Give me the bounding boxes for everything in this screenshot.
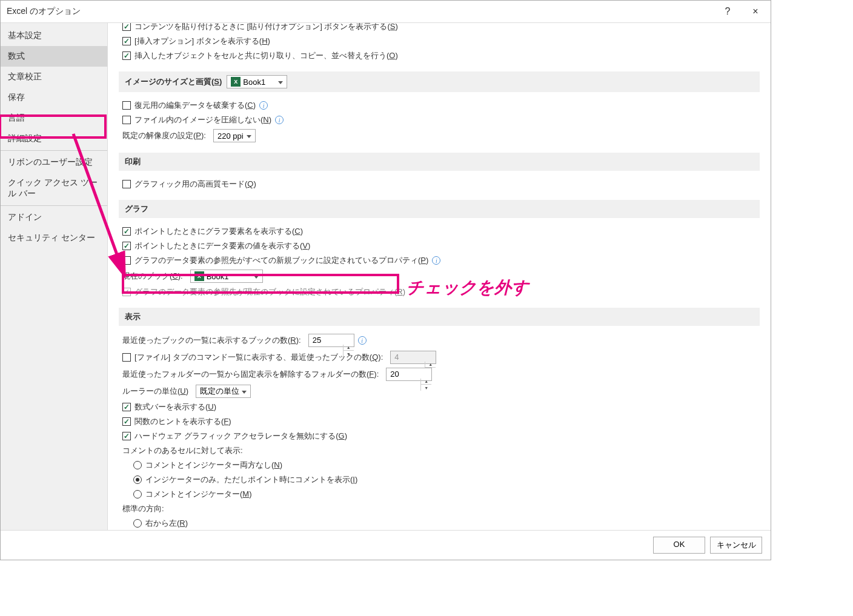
current-book-combo[interactable]: X Book1 xyxy=(190,270,263,283)
paste-options-label: コンテンツを貼り付けるときに [貼り付けオプション] ボタンを表示する(S) xyxy=(134,23,398,32)
close-button[interactable]: × xyxy=(742,2,769,21)
chart-elem-label: ポイントしたときにグラフ要素名を表示する(C) xyxy=(134,226,303,237)
direction-rtl-label: 右から左(R) xyxy=(145,518,188,529)
sidebar-item-general[interactable]: 基本設定 xyxy=(1,25,107,46)
unpin-folders-label: 最近使ったフォルダーの一覧から固定表示を解除するフォルダーの数(F): xyxy=(122,369,379,380)
comment-both-label: コメントとインジケーター(M) xyxy=(145,489,252,500)
spin-up-icon[interactable]: ▲ xyxy=(343,345,354,351)
spin-up-icon[interactable]: ▲ xyxy=(420,379,431,385)
formula-bar-label: 数式バーを表示する(U) xyxy=(134,402,216,412)
cancel-button[interactable]: キャンセル xyxy=(710,537,762,554)
image-book-combo[interactable]: X Book1 xyxy=(227,75,287,88)
sidebar-item-proofing[interactable]: 文章校正 xyxy=(1,67,107,87)
chart-val-checkbox[interactable] xyxy=(122,242,131,250)
cut-objects-label: 挿入したオブジェクトをセルと共に切り取り、コピー、並べ替えを行う(O) xyxy=(134,50,398,61)
sidebar-item-language[interactable]: 言語 xyxy=(1,108,107,128)
direction-heading: 標準の方向: xyxy=(122,503,164,514)
comment-none-label: コメントとインジケーター両方なし(N) xyxy=(145,460,282,471)
sidebar-item-advanced[interactable]: 詳細設定 xyxy=(1,128,107,149)
info-icon[interactable]: i xyxy=(275,116,284,124)
chart-curbook-label: グラフのデータ要素の参照先が現在のブックに設定されているプロパティ(R) xyxy=(134,286,405,297)
sidebar-item-formulas[interactable]: 数式 xyxy=(1,46,107,67)
info-icon[interactable]: i xyxy=(358,336,367,345)
excel-icon: X xyxy=(194,271,204,281)
section-display-header: 表示 xyxy=(119,308,760,326)
recent-books-label: 最近使ったブックの一覧に表示するブックの数(R): xyxy=(122,335,301,346)
insert-options-checkbox[interactable] xyxy=(122,37,131,45)
hw-accel-checkbox[interactable] xyxy=(122,432,131,440)
dialog-footer: OK キャンセル xyxy=(1,530,771,560)
ruler-unit-combo[interactable]: 既定の単位 xyxy=(196,385,251,398)
comment-indicator-label: インジケーターのみ。ただしポイント時にコメントを表示(I) xyxy=(145,474,357,485)
section-image-header: イメージのサイズと画質(S) X Book1 xyxy=(119,71,760,92)
filetab-recent-spinner: 4▲▼ xyxy=(390,351,436,364)
comment-none-radio[interactable] xyxy=(133,461,142,469)
spin-down-icon[interactable]: ▼ xyxy=(420,385,431,391)
chart-elem-checkbox[interactable] xyxy=(122,227,131,236)
image-book-value: Book1 xyxy=(243,78,265,87)
sidebar-item-save[interactable]: 保存 xyxy=(1,87,107,108)
excel-icon: X xyxy=(231,77,241,87)
sidebar-item-qat[interactable]: クイック アクセス ツール バー xyxy=(1,173,107,204)
annotation-text: チェックを外す xyxy=(407,276,529,299)
dpi-combo[interactable]: 220 ppi xyxy=(213,129,256,142)
chart-allbooks-label: グラフのデータ要素の参照先がすべての新規ブックに設定されているプロパティ(P) xyxy=(134,255,428,266)
titlebar: Excel のオプション ? × xyxy=(1,1,771,22)
ruler-unit-label: ルーラーの単位(U) xyxy=(122,386,188,397)
sidebar-separator xyxy=(1,205,107,206)
print-hq-checkbox[interactable] xyxy=(122,180,131,188)
func-hint-label: 関数のヒントを表示する(F) xyxy=(134,416,231,427)
paste-options-checkbox[interactable] xyxy=(122,23,131,31)
func-hint-checkbox[interactable] xyxy=(122,417,131,426)
current-book-label: 現在のブック(C): xyxy=(122,271,183,282)
recent-books-spinner[interactable]: 25▲▼ xyxy=(308,334,354,347)
dialog-body: 基本設定 数式 文章校正 保存 言語 詳細設定 リボンのユーザー設定 クイック … xyxy=(1,22,771,530)
sidebar-item-addins[interactable]: アドイン xyxy=(1,207,107,228)
excel-options-window: Excel のオプション ? × 基本設定 数式 文章校正 保存 言語 詳細設定… xyxy=(0,0,771,560)
print-hq-label: グラフィック用の高画質モード(Q) xyxy=(134,179,256,190)
comment-indicator-radio[interactable] xyxy=(133,475,142,484)
discard-edit-label: 復元用の編集データを破棄する(C) xyxy=(134,100,256,111)
info-icon[interactable]: i xyxy=(432,256,440,265)
comment-display-heading: コメントのあるセルに対して表示: xyxy=(122,445,243,456)
hw-accel-label: ハードウェア グラフィック アクセラレータを無効にする(G) xyxy=(134,431,347,442)
cut-objects-checkbox[interactable] xyxy=(122,51,131,60)
section-chart-header: グラフ xyxy=(119,200,760,218)
sidebar-separator xyxy=(1,150,107,151)
formula-bar-checkbox[interactable] xyxy=(122,403,131,411)
chart-val-label: ポイントしたときにデータ要素の値を表示する(V) xyxy=(134,240,310,251)
sidebar-item-trust[interactable]: セキュリティ センター xyxy=(1,228,107,248)
category-sidebar: 基本設定 数式 文章校正 保存 言語 詳細設定 リボンのユーザー設定 クイック … xyxy=(1,23,108,530)
spin-up-icon: ▲ xyxy=(425,362,436,368)
unpin-folders-spinner[interactable]: 20▲▼ xyxy=(386,368,432,381)
sidebar-item-ribbon[interactable]: リボンのユーザー設定 xyxy=(1,152,107,173)
section-image-title: イメージのサイズと画質(S) xyxy=(125,76,222,87)
discard-edit-checkbox[interactable] xyxy=(122,101,131,110)
insert-options-label: [挿入オプション] ボタンを表示する(H) xyxy=(134,36,270,47)
window-title: Excel のオプション xyxy=(7,6,714,17)
ok-button[interactable]: OK xyxy=(653,537,705,554)
filetab-recent-checkbox[interactable] xyxy=(122,353,131,362)
section-print-header: 印刷 xyxy=(119,153,760,171)
no-compress-checkbox[interactable] xyxy=(122,116,131,124)
dpi-label: 既定の解像度の設定(P): xyxy=(122,130,206,141)
no-compress-label: ファイル内のイメージを圧縮しない(N) xyxy=(134,114,271,125)
comment-both-radio[interactable] xyxy=(133,490,142,498)
info-icon[interactable]: i xyxy=(259,101,268,110)
help-button[interactable]: ? xyxy=(714,2,742,21)
direction-rtl-radio[interactable] xyxy=(133,519,142,528)
spin-down-icon[interactable]: ▼ xyxy=(343,351,354,357)
chart-curbook-checkbox[interactable] xyxy=(122,288,131,296)
chart-allbooks-checkbox[interactable] xyxy=(122,256,131,265)
